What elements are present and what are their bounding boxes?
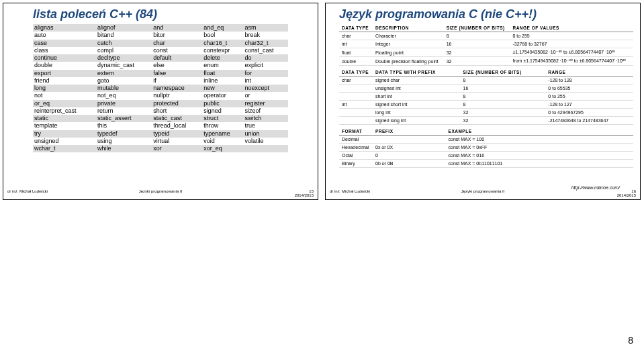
table-cell: signed char — [373, 77, 461, 85]
keyword-cell: bool — [202, 32, 243, 39]
table-cell: Hexadecimal — [339, 144, 373, 152]
keyword-cell: for — [244, 70, 288, 77]
keyword-cell: wchar_t — [33, 145, 96, 152]
table-cell: short int — [373, 93, 461, 101]
keyword-cell: reinterpret_cast — [33, 107, 96, 115]
keyword-cell: catch — [96, 40, 152, 47]
table-cell: const MAX = 0b11011101 — [446, 160, 633, 168]
table-header: DATA TYPE WITH PREFIX — [373, 68, 461, 77]
table-cell: 16 — [444, 40, 510, 48]
table-row: unsigned int160 to 65535 — [339, 85, 633, 93]
keyword-row: reinterpret_castreturnshortsignedsizeof — [33, 107, 288, 115]
keyword-cell: alignas — [33, 24, 96, 32]
cpp-keyword-grid: alignasalignofandand_eqasmautobitandbito… — [33, 24, 288, 152]
keyword-cell: return — [96, 107, 152, 115]
table-cell: double — [339, 57, 373, 66]
table-cell — [339, 117, 373, 125]
table-row: Binary0b or 0Bconst MAX = 0b11011101 — [339, 160, 633, 168]
table-cell: Octal — [339, 152, 373, 160]
keyword-cell: or_eq — [33, 100, 96, 107]
footer-author: dr inż. Michał Ludwicki — [7, 189, 48, 197]
keyword-cell: alignof — [96, 24, 152, 32]
keyword-cell: false — [152, 70, 202, 77]
table-cell: 0 to 255 — [545, 93, 633, 101]
table-header: SIZE (NUMBER OF BITS) — [444, 24, 510, 32]
table-cell: unsigned int — [373, 85, 461, 93]
keyword-row: classcomplconstconstexprconst_cast — [33, 47, 288, 54]
keyword-cell: static — [33, 115, 96, 122]
slide-footer-left: dr inż. Michał Ludwicki Języki programow… — [7, 189, 314, 197]
keyword-cell: or — [244, 92, 288, 99]
keyword-cell: long — [33, 85, 96, 92]
keyword-cell: true — [244, 122, 288, 130]
keyword-cell: bitand — [96, 32, 152, 39]
table-cell: signed short int — [373, 101, 461, 109]
keyword-cell: typeid — [152, 130, 202, 138]
keyword-row: casecatchcharchar16_tchar32_t — [33, 40, 288, 47]
table-cell: Integer — [373, 40, 444, 48]
keyword-cell: register — [244, 100, 288, 107]
table-cell: Floating point — [373, 48, 444, 57]
keyword-row: alignasalignofandand_eqasm — [33, 24, 288, 32]
keyword-cell: default — [152, 54, 202, 62]
table-cell: 8 — [461, 77, 546, 85]
keyword-cell: virtual — [152, 138, 202, 145]
table-cell: 32 — [461, 109, 546, 117]
table-cell — [373, 136, 446, 144]
c-types-table-2: DATA TYPEDATA TYPE WITH PREFIXSIZE (NUMB… — [339, 68, 633, 125]
table-cell — [339, 109, 373, 117]
keyword-cell: int — [244, 77, 288, 85]
c-format-table: FORMATPREFIXEXAMPLEDecimalconst MAX = 10… — [339, 128, 633, 168]
keyword-cell: double — [33, 62, 96, 69]
keyword-cell: char16_t — [202, 40, 243, 47]
table-cell: long int — [373, 109, 461, 117]
table-cell: int — [339, 101, 373, 109]
keyword-row: friendgotoifinlineint — [33, 77, 288, 85]
keyword-cell: extern — [96, 70, 152, 77]
keyword-row: staticstatic_assertstatic_caststructswit… — [33, 115, 288, 122]
keyword-cell: thread_local — [152, 122, 202, 130]
table-cell: const MAX = 0xFF — [446, 144, 633, 152]
keyword-cell: public — [202, 100, 243, 107]
table-header: RANGE — [545, 68, 633, 77]
table-row: doubleDouble precision floating point32f… — [339, 57, 633, 66]
keyword-row: exportexternfalsefloatfor — [33, 70, 288, 77]
keyword-cell: typename — [202, 130, 243, 138]
table-cell: const MAX = 016 — [446, 152, 633, 160]
table-cell: ±1.17549435082 ·10⁻³⁸ to ±6.80564774407 … — [510, 48, 633, 57]
keyword-cell: signed — [202, 107, 243, 115]
keyword-cell: auto — [33, 32, 96, 39]
keyword-cell: xor_eq — [202, 145, 243, 152]
table-cell: const MAX = 100 — [446, 136, 633, 144]
keyword-cell: static_assert — [96, 115, 152, 122]
table-cell: -128 to 127 — [545, 101, 633, 109]
keyword-row: doubledynamic_castelseenumexplicit — [33, 62, 288, 69]
footer-year: 2014/2015 — [617, 193, 636, 197]
keyword-cell: not — [33, 92, 96, 99]
keyword-cell: enum — [202, 62, 243, 69]
keyword-cell: constexpr — [202, 47, 243, 54]
table-header: EXAMPLE — [446, 128, 633, 136]
keyword-cell: private — [96, 100, 152, 107]
table-cell: -32768 to 32767 — [510, 40, 633, 48]
keyword-cell: delete — [202, 54, 243, 62]
keyword-cell: template — [33, 122, 96, 130]
table-cell: Double precision floating point — [373, 57, 444, 66]
keyword-cell: short — [152, 107, 202, 115]
table-cell: 0 to 4294967295 — [545, 109, 633, 117]
footer-course: Języki programowania II — [461, 189, 505, 193]
table-cell: signed long int — [373, 117, 461, 125]
table-row: Octal0const MAX = 016 — [339, 152, 633, 160]
keyword-cell: if — [152, 77, 202, 85]
keyword-row: unsignedusingvirtualvoidvolatile — [33, 138, 288, 145]
slide-footer-right: dr inż. Michał Ludwicki Języki programow… — [330, 189, 636, 197]
table-row: charsigned char8-128 to 128 — [339, 77, 633, 85]
table-header: DESCRIPTION — [373, 24, 444, 32]
slide-title-right: Język programowania C (nie C++!) — [326, 3, 640, 24]
table-cell: 32 — [461, 117, 546, 125]
keyword-cell: class — [33, 47, 96, 54]
keyword-cell: continue — [33, 54, 96, 62]
keyword-cell: static_cast — [152, 115, 202, 122]
keyword-row: templatethisthread_localthrowtrue — [33, 122, 288, 130]
keyword-row: trytypedeftypeidtypenameunion — [33, 130, 288, 138]
